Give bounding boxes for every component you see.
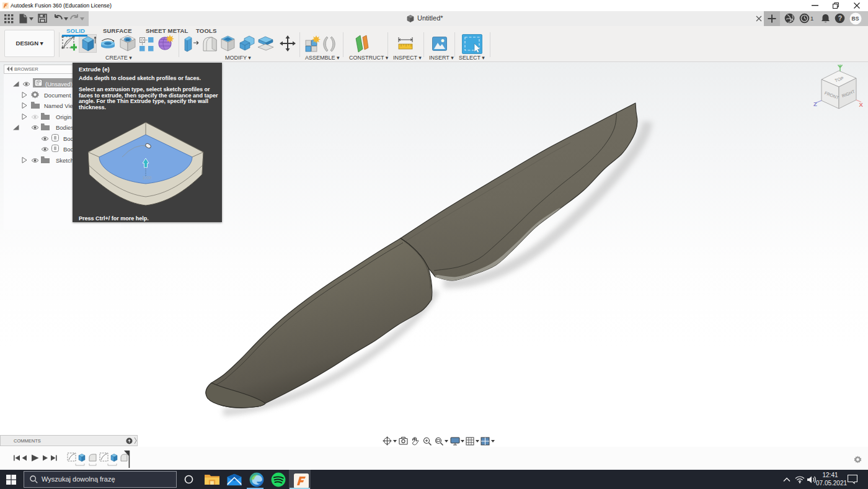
- svg-text:X: X: [859, 101, 864, 108]
- svg-text:Z: Z: [813, 101, 817, 107]
- svg-text:?: ?: [838, 14, 842, 22]
- svg-text:BS: BS: [852, 16, 859, 22]
- svg-text:1000: 1000: [143, 176, 152, 180]
